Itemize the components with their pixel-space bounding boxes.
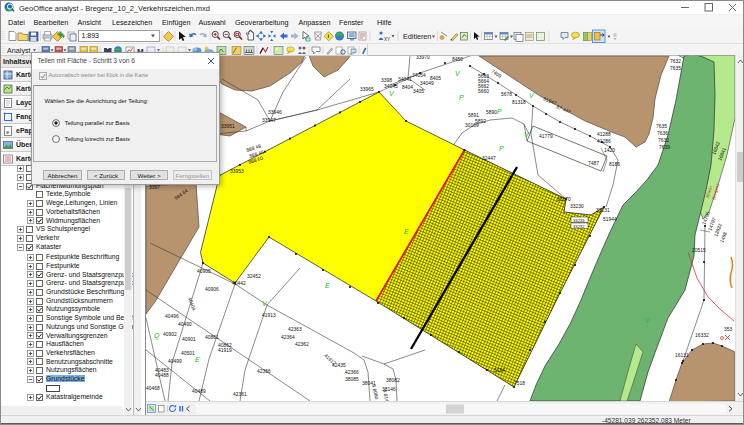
svg-text:41286: 41286 <box>597 139 611 144</box>
svg-text:40906: 40906 <box>205 287 219 292</box>
svg-text:33946: 33946 <box>268 110 282 115</box>
svg-text:20515: 20515 <box>692 248 706 253</box>
svg-text:8404: 8404 <box>402 85 413 90</box>
svg-text:33953: 33953 <box>230 169 244 174</box>
svg-text:Analyst: Analyst <box>7 46 31 55</box>
svg-text:7632: 7632 <box>670 59 681 64</box>
svg-text:40490: 40490 <box>178 322 192 327</box>
svg-text:40442: 40442 <box>232 281 246 286</box>
svg-text:40901: 40901 <box>182 337 196 342</box>
svg-text:40861: 40861 <box>205 335 219 340</box>
svg-text:7635: 7635 <box>656 124 667 129</box>
svg-text:P: P <box>499 145 504 152</box>
svg-text:33951: 33951 <box>221 124 235 129</box>
svg-text:33170: 33170 <box>557 197 571 202</box>
svg-text:40496: 40496 <box>165 314 179 319</box>
svg-text:1:893: 1:893 <box>82 32 100 39</box>
svg-text:7635: 7635 <box>670 66 681 71</box>
svg-text:34054: 34054 <box>412 73 426 78</box>
svg-text:5892: 5892 <box>475 119 486 124</box>
svg-text:40501: 40501 <box>181 351 195 356</box>
svg-text:3398: 3398 <box>381 78 392 83</box>
svg-text:41288: 41288 <box>597 132 611 137</box>
svg-text:XY: XY <box>384 37 390 42</box>
svg-text:41779: 41779 <box>539 134 553 139</box>
svg-text:40499: 40499 <box>168 359 182 364</box>
svg-text:42366: 42366 <box>345 370 359 375</box>
svg-text:7639: 7639 <box>659 145 670 150</box>
svg-text:7487: 7487 <box>588 161 599 166</box>
svg-text:32452: 32452 <box>247 274 261 279</box>
svg-text:40905: 40905 <box>197 269 211 274</box>
svg-text:40902: 40902 <box>163 332 177 337</box>
svg-text:8450: 8450 <box>452 57 463 62</box>
svg-text:5194: 5194 <box>494 368 505 373</box>
svg-text:Q: Q <box>154 332 160 340</box>
svg-text:42361: 42361 <box>233 392 247 397</box>
svg-text:33230: 33230 <box>570 204 584 209</box>
svg-text:33231: 33231 <box>596 208 610 213</box>
svg-text:32447: 32447 <box>482 156 496 161</box>
svg-text:P: P <box>459 94 464 101</box>
svg-text:41919: 41919 <box>218 348 232 353</box>
svg-text:16131: 16131 <box>675 353 689 358</box>
svg-text:8186: 8186 <box>609 162 620 167</box>
svg-text:34049: 34049 <box>420 81 434 86</box>
svg-text:3405: 3405 <box>413 89 424 94</box>
svg-text:42363: 42363 <box>288 327 302 332</box>
svg-text:34041: 34041 <box>398 77 412 82</box>
svg-text:40488: 40488 <box>155 373 169 378</box>
svg-text:7632: 7632 <box>658 138 669 143</box>
svg-text:Editieren: Editieren <box>403 32 431 41</box>
svg-text:41913: 41913 <box>262 313 276 318</box>
svg-text:33233: 33233 <box>573 218 585 223</box>
svg-text:42362: 42362 <box>295 342 309 347</box>
svg-text:5660: 5660 <box>478 89 489 94</box>
svg-text:33947: 33947 <box>262 118 276 123</box>
svg-text:33965: 33965 <box>360 87 374 92</box>
svg-text:51944: 51944 <box>603 217 617 222</box>
svg-text:42364: 42364 <box>281 335 295 340</box>
svg-text:1420: 1420 <box>604 148 615 153</box>
svg-text:7636: 7636 <box>657 131 668 136</box>
svg-text:P: P <box>497 108 502 115</box>
svg-text:7518: 7518 <box>514 381 525 386</box>
svg-text:3397: 3397 <box>149 185 160 190</box>
svg-text:38085: 38085 <box>345 377 359 382</box>
svg-text:E: E <box>195 356 200 363</box>
svg-text:33232: 33232 <box>573 224 585 229</box>
svg-text:8405: 8405 <box>430 76 441 81</box>
svg-text:42366: 42366 <box>257 369 271 374</box>
svg-text:5891: 5891 <box>468 113 479 118</box>
svg-text:81318: 81318 <box>512 100 526 105</box>
svg-text:34043: 34043 <box>384 84 398 89</box>
svg-text:E: E <box>325 282 330 289</box>
svg-text:38082: 38082 <box>386 378 400 383</box>
svg-text:40468: 40468 <box>146 386 160 391</box>
svg-text:5678: 5678 <box>501 92 512 97</box>
svg-text:42435: 42435 <box>332 363 346 368</box>
svg-text:40489: 40489 <box>192 389 206 394</box>
svg-text:5890: 5890 <box>486 110 497 115</box>
svg-text:E: E <box>404 228 409 235</box>
svg-text:16332: 16332 <box>695 333 709 338</box>
svg-text:353: 353 <box>724 327 732 332</box>
